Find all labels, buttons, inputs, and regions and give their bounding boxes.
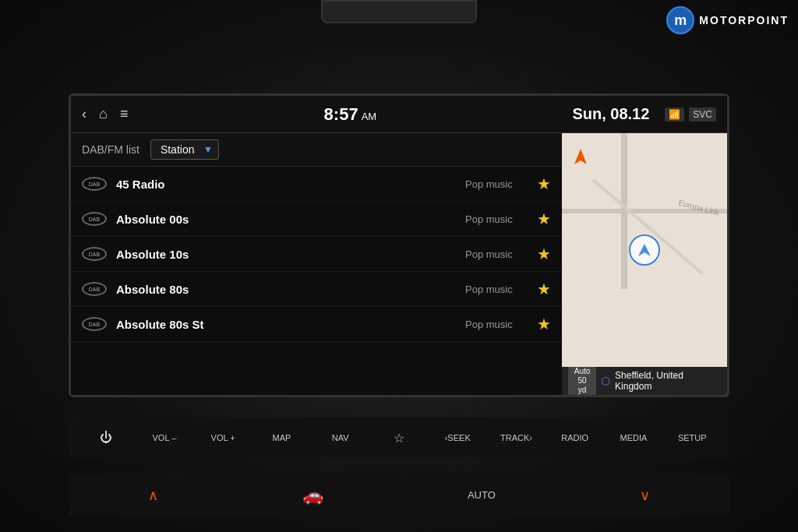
media-label: MEDIA <box>620 433 648 442</box>
radio-panel-header: DAB/FM list Station ▼ <box>71 133 562 167</box>
map-roads-svg <box>562 133 727 367</box>
dab-badge: DAB <box>82 247 107 261</box>
zoom-distance: 50 yd <box>573 376 591 395</box>
setup-label: SETUP <box>678 433 707 442</box>
bottom-nav-bar: ∧ 🚗 AUTO ∨ <box>69 474 729 516</box>
volume-up-button[interactable]: VOL + <box>203 433 242 442</box>
station-name: 45 Radio <box>116 178 456 191</box>
top-vent <box>321 0 477 23</box>
nav-car-button[interactable]: 🚗 <box>302 485 323 506</box>
svg-line-4 <box>593 180 702 273</box>
down-arrow-icon: ∨ <box>640 487 650 504</box>
dab-badge: DAB <box>82 282 107 296</box>
motorpoint-circle-icon: m <box>666 6 694 34</box>
time-value: 8:57 <box>324 104 358 124</box>
station-dropdown-wrapper[interactable]: Station ▼ <box>150 139 219 160</box>
signal-icon: 📶 <box>665 107 684 122</box>
service-icon: SVC <box>689 107 716 122</box>
panel-title: DAB/FM list <box>82 143 139 156</box>
station-name: Absolute 00s <box>116 213 456 226</box>
radio-button[interactable]: RADIO <box>556 433 595 442</box>
dab-badge: DAB <box>82 177 107 191</box>
map-footer: Auto 50 yd ⬡ Sheffield, United Kingdom <box>562 367 727 395</box>
date-display: Sun, 08.12 <box>572 105 649 123</box>
volume-up-label: VOL + <box>211 433 235 442</box>
power-button[interactable]: ⏻ <box>87 431 125 445</box>
header-right-icons: 📶 SVC <box>665 107 716 122</box>
dab-badge: DAB <box>82 317 107 331</box>
favorite-star[interactable]: ★ <box>537 210 551 228</box>
station-genre: Pop music <box>465 248 528 260</box>
header-nav-icons: ‹ ⌂ ≡ <box>82 106 128 122</box>
station-genre: Pop music <box>465 178 528 190</box>
track-forward-button[interactable]: TRACK› <box>496 433 535 442</box>
control-bar: ⏻ VOL – VOL + MAP NAV ☆ ‹SEEK TRACK› RAD… <box>69 417 729 458</box>
nav-down-button[interactable]: ∨ <box>640 487 650 504</box>
volume-down-button[interactable]: VOL – <box>145 433 184 442</box>
favorite-star[interactable]: ★ <box>537 174 551 193</box>
favorite-star[interactable]: ★ <box>537 315 551 333</box>
auto-text: AUTO <box>468 489 496 501</box>
nav-up-button[interactable]: ∧ <box>148 487 158 504</box>
menu-button[interactable]: ≡ <box>120 106 129 122</box>
map-button[interactable]: MAP <box>262 433 301 442</box>
clock-display: 8:57AM <box>143 104 556 125</box>
up-arrow-icon: ∧ <box>148 487 158 504</box>
station-dropdown[interactable]: Station <box>150 139 219 160</box>
zoom-auto: Auto <box>573 367 591 376</box>
favorite-star[interactable]: ★ <box>537 245 551 263</box>
volume-down-label: VOL – <box>153 433 177 442</box>
station-genre: Pop music <box>465 284 528 295</box>
seek-back-label: ‹SEEK <box>445 433 471 442</box>
radio-panel: DAB/FM list Station ▼ DAB 45 Radio Pop m… <box>71 133 562 395</box>
track-forward-label: TRACK› <box>500 433 532 442</box>
media-button[interactable]: MEDIA <box>614 433 653 442</box>
map-background: Europa Link <box>562 133 727 367</box>
station-list[interactable]: DAB 45 Radio Pop music ★ DAB Absolute 00… <box>71 167 562 395</box>
location-text: Sheffield, United Kingdom <box>615 370 721 392</box>
station-name: Absolute 80s St <box>116 318 456 331</box>
map-panel: Europa Link Auto 50 yd <box>562 133 727 395</box>
favorite-icon: ☆ <box>394 431 404 446</box>
station-item[interactable]: DAB Absolute 80s Pop music ★ <box>71 272 562 307</box>
station-item[interactable]: DAB 45 Radio Pop music ★ <box>71 167 562 202</box>
screen-header: ‹ ⌂ ≡ 8:57AM Sun, 08.12 📶 SVC <box>71 96 727 133</box>
screen-body: DAB/FM list Station ▼ DAB 45 Radio Pop m… <box>71 133 727 395</box>
nav-button[interactable]: NAV <box>321 433 360 442</box>
favorite-button[interactable]: ☆ <box>380 431 418 446</box>
dab-badge: DAB <box>82 212 107 226</box>
station-genre: Pop music <box>465 319 528 330</box>
nav-label: NAV <box>332 433 349 442</box>
am-pm-indicator: AM <box>362 111 377 122</box>
station-item[interactable]: DAB Absolute 80s St Pop music ★ <box>71 307 562 342</box>
auto-label-display: AUTO <box>468 489 496 501</box>
motorpoint-brand-name: MOTORPOINT <box>699 14 789 26</box>
station-item[interactable]: DAB Absolute 00s Pop music ★ <box>71 202 562 237</box>
favorite-star[interactable]: ★ <box>537 280 551 298</box>
infotainment-screen: ‹ ⌂ ≡ 8:57AM Sun, 08.12 📶 SVC DAB/FM lis… <box>69 93 729 397</box>
radio-label: RADIO <box>561 433 588 442</box>
station-name: Absolute 80s <box>116 283 456 296</box>
back-button[interactable]: ‹ <box>82 106 87 122</box>
power-icon: ⏻ <box>100 431 112 445</box>
car-icon: 🚗 <box>302 485 323 506</box>
map-location-info: ⬡ Sheffield, United Kingdom <box>601 370 721 392</box>
map-zoom-indicator: Auto 50 yd <box>568 365 596 395</box>
motorpoint-logo: m MOTORPOINT <box>666 6 789 34</box>
station-item[interactable]: DAB Absolute 10s Pop music ★ <box>71 237 562 272</box>
map-label: MAP <box>273 433 291 442</box>
setup-button[interactable]: SETUP <box>673 433 711 442</box>
seek-back-button[interactable]: ‹SEEK <box>438 433 477 442</box>
station-genre: Pop music <box>465 213 528 225</box>
location-icon: ⬡ <box>601 375 610 387</box>
station-name: Absolute 10s <box>116 248 456 261</box>
home-button[interactable]: ⌂ <box>99 106 108 122</box>
